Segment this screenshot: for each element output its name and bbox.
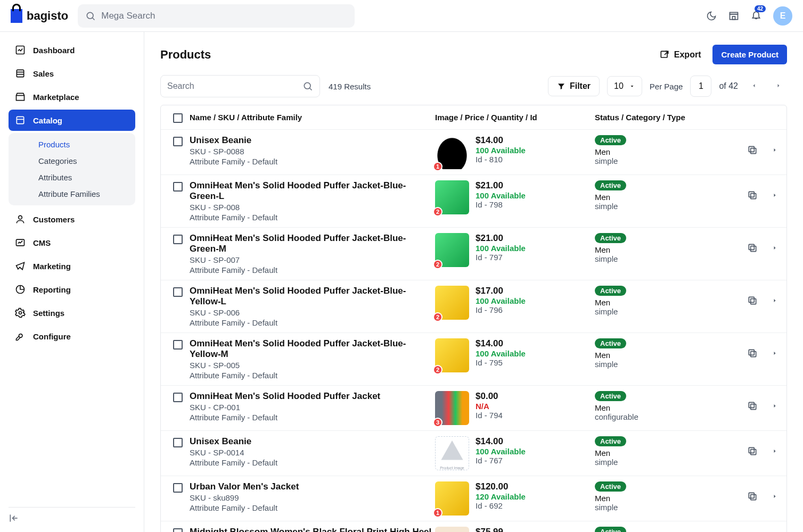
topbar-actions: 42 E xyxy=(706,6,792,26)
svg-rect-25 xyxy=(751,246,756,252)
product-type: simple xyxy=(595,254,723,263)
sidebar-item-marketing[interactable]: Marketing xyxy=(9,255,135,277)
create-product-button[interactable]: Create Product xyxy=(712,45,787,64)
chevron-right-icon[interactable] xyxy=(772,245,778,251)
svg-rect-26 xyxy=(749,244,754,250)
product-id: Id - 798 xyxy=(476,200,526,209)
export-button[interactable]: Export xyxy=(659,49,701,60)
product-id: Id - 796 xyxy=(476,305,526,314)
product-thumbnail: 1 xyxy=(435,135,469,169)
row-checkbox[interactable] xyxy=(173,182,183,192)
table-header: Name / SKU / Attribute Family Image / Pr… xyxy=(161,105,786,130)
header-name[interactable]: Name / SKU / Attribute Family xyxy=(190,113,435,122)
sidebar-item-catalog[interactable]: Catalog xyxy=(9,110,135,131)
product-availability: 100 Available xyxy=(476,244,526,253)
sidebar-item-sales[interactable]: Sales xyxy=(9,63,135,84)
chevron-right-icon[interactable] xyxy=(772,493,778,500)
svg-point-0 xyxy=(87,12,94,19)
svg-rect-22 xyxy=(749,146,754,152)
row-checkbox[interactable] xyxy=(173,340,183,350)
notifications-button[interactable]: 42 xyxy=(751,10,761,22)
row-checkbox[interactable] xyxy=(173,483,183,493)
page-number-input[interactable]: 1 xyxy=(690,76,711,97)
row-checkbox[interactable] xyxy=(173,528,183,532)
chevron-right-icon[interactable] xyxy=(772,147,778,153)
row-checkbox[interactable] xyxy=(173,438,183,447)
select-all-checkbox[interactable] xyxy=(173,113,183,123)
sidebar-item-customers[interactable]: Customers xyxy=(9,209,135,230)
product-price: $21.00 xyxy=(476,233,526,244)
row-checkbox[interactable] xyxy=(173,235,183,244)
chevron-right-icon[interactable] xyxy=(772,192,778,198)
chevron-right-icon[interactable] xyxy=(772,350,778,356)
next-page-button[interactable] xyxy=(770,78,787,94)
copy-icon[interactable] xyxy=(747,190,758,201)
sidebar-item-configure[interactable]: Configure xyxy=(9,326,135,347)
row-checkbox[interactable] xyxy=(173,393,183,402)
chevron-right-icon xyxy=(775,82,782,89)
brand-logo[interactable]: bagisto xyxy=(11,9,68,23)
dark-mode-icon[interactable] xyxy=(706,11,717,21)
header-status[interactable]: Status / Category / Type xyxy=(595,113,723,122)
product-sku: SKU - SP-008 xyxy=(190,203,435,212)
mega-search-input[interactable]: Mega Search xyxy=(78,4,355,28)
sidebar-item-settings[interactable]: Settings xyxy=(9,302,135,323)
copy-icon[interactable] xyxy=(747,491,758,502)
svg-line-1 xyxy=(93,18,95,20)
user-avatar[interactable]: E xyxy=(773,6,792,26)
status-badge: Active xyxy=(595,391,626,401)
product-sku: SKU - SP-007 xyxy=(190,255,435,264)
subnav-categories[interactable]: Categories xyxy=(9,153,135,169)
collapse-sidebar-button[interactable] xyxy=(9,507,135,526)
sidebar-item-dashboard[interactable]: Dashboard xyxy=(9,39,135,61)
table-row: OmniHeat Men's Solid Hooded Puffer Jacke… xyxy=(161,280,786,333)
product-category: Men xyxy=(595,245,723,254)
subnav-products[interactable]: Products xyxy=(9,136,135,153)
search-icon xyxy=(302,81,313,92)
copy-icon[interactable] xyxy=(747,145,758,155)
prev-page-button[interactable] xyxy=(745,78,763,94)
copy-icon[interactable] xyxy=(747,243,758,253)
product-id: Id - 810 xyxy=(476,155,526,164)
svg-rect-31 xyxy=(751,404,756,410)
row-checkbox[interactable] xyxy=(173,137,183,146)
svg-point-19 xyxy=(304,82,310,89)
copy-icon[interactable] xyxy=(747,446,758,456)
status-badge: Active xyxy=(595,481,626,492)
chevron-right-icon[interactable] xyxy=(772,297,778,304)
chevron-right-icon[interactable] xyxy=(772,403,778,409)
subnav-attribute-families[interactable]: Attribute Families xyxy=(9,186,135,202)
product-availability: 120 Available xyxy=(476,492,526,501)
header-image[interactable]: Image / Price / Quantity / Id xyxy=(435,113,595,122)
per-page-select[interactable]: 10 xyxy=(607,76,642,96)
copy-icon[interactable] xyxy=(747,401,758,411)
svg-rect-35 xyxy=(751,495,756,500)
sidebar-item-marketplace[interactable]: Marketplace xyxy=(9,86,135,107)
store-icon[interactable] xyxy=(728,11,739,21)
product-name: Unisex Beanie xyxy=(190,135,435,146)
copy-icon[interactable] xyxy=(747,348,758,359)
table-search-input[interactable]: Search xyxy=(160,75,320,97)
svg-rect-28 xyxy=(749,297,754,302)
product-attribute-family: Attribute Family - Default xyxy=(190,157,435,166)
svg-rect-30 xyxy=(749,350,754,355)
table-row: Unisex Beanie SKU - SP-0088 Attribute Fa… xyxy=(161,130,786,175)
copy-icon[interactable] xyxy=(747,295,758,306)
logo-mark-icon xyxy=(11,9,22,23)
row-checkbox[interactable] xyxy=(173,287,183,297)
product-category: Men xyxy=(595,193,723,202)
chevron-right-icon[interactable] xyxy=(772,448,778,454)
product-thumbnail: Product Image xyxy=(435,436,469,470)
sidebar-item-reporting[interactable]: Reporting xyxy=(9,279,135,300)
results-count: 419 Results xyxy=(329,82,371,91)
filter-button[interactable]: Filter xyxy=(548,76,600,96)
subnav-attributes[interactable]: Attributes xyxy=(9,169,135,186)
svg-rect-32 xyxy=(749,402,754,408)
svg-rect-27 xyxy=(751,299,756,304)
filter-icon xyxy=(557,82,566,90)
sidebar-item-cms[interactable]: CMS xyxy=(9,232,135,253)
product-category: Men xyxy=(595,298,723,307)
chevron-down-icon xyxy=(629,83,635,89)
product-category: Men xyxy=(595,351,723,360)
table-row: Urban Valor Men's Jacket SKU - sku899 At… xyxy=(161,476,786,521)
